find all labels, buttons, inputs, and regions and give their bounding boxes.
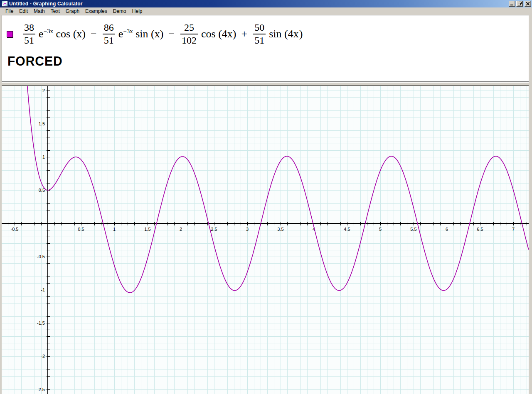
equation-panel[interactable]: 38 51 e−3x cos (x) − 86 51 e−3x sin (x) … bbox=[2, 15, 529, 81]
x-axis-tick-label: 2.5 bbox=[211, 227, 217, 232]
pane-splitter[interactable] bbox=[2, 83, 529, 86]
menu-bar: File Edit Math Text Graph Examples Demo … bbox=[2, 7, 529, 15]
operator-minus-1: − bbox=[91, 28, 97, 40]
y-axis-tick-label: -0.5 bbox=[37, 254, 45, 259]
x-axis-tick-label: 0.5 bbox=[78, 227, 84, 232]
y-axis-tick-label: -2 bbox=[41, 354, 45, 359]
menu-math[interactable]: Math bbox=[31, 8, 48, 15]
fraction-2-denominator: 51 bbox=[103, 34, 115, 46]
menu-help[interactable]: Help bbox=[129, 8, 145, 15]
fraction-2: 86 51 bbox=[103, 22, 115, 46]
curve-color-marker[interactable] bbox=[7, 31, 13, 37]
x-axis-tick-label: 2 bbox=[180, 227, 182, 232]
close-button[interactable] bbox=[525, 1, 531, 7]
fraction-1-numerator: 38 bbox=[23, 22, 35, 34]
fraction-4-denominator: 51 bbox=[253, 34, 266, 46]
fraction-1-denominator: 51 bbox=[23, 34, 35, 46]
menu-file[interactable]: File bbox=[2, 8, 16, 15]
fraction-1: 38 51 bbox=[23, 22, 35, 46]
x-axis-tick-label: -0.5 bbox=[11, 227, 19, 232]
equation-row[interactable]: 38 51 e−3x cos (x) − 86 51 e−3x sin (x) … bbox=[7, 22, 529, 46]
app-icon[interactable] bbox=[2, 1, 8, 7]
fraction-3: 25 102 bbox=[180, 22, 198, 46]
window-title: Untitled - Graphing Calculator bbox=[9, 1, 508, 7]
y-axis-tick-label: -2.5 bbox=[37, 387, 45, 392]
x-axis-tick-label: 3.5 bbox=[277, 227, 283, 232]
restore-button[interactable] bbox=[516, 1, 523, 7]
close-icon bbox=[526, 2, 530, 5]
window-controls bbox=[508, 1, 531, 7]
term-3-trig: cos (4x) bbox=[201, 28, 236, 40]
x-axis-tick-label: 5 bbox=[379, 227, 382, 232]
y-axis-tick-label: -1 bbox=[41, 287, 45, 292]
menu-graph[interactable]: Graph bbox=[63, 8, 82, 15]
fraction-4-numerator: 50 bbox=[253, 22, 266, 34]
fraction-3-denominator: 102 bbox=[180, 34, 198, 46]
y-axis-tick-label: 1.5 bbox=[39, 121, 45, 126]
menu-demo[interactable]: Demo bbox=[110, 8, 129, 15]
menu-examples[interactable]: Examples bbox=[82, 8, 110, 15]
window-titlebar[interactable]: Untitled - Graphing Calculator bbox=[0, 0, 532, 7]
x-axis-tick-label: 7 bbox=[512, 227, 515, 232]
term-1-exp-trig: e−3x cos (x) bbox=[39, 28, 86, 40]
graph-svg[interactable]: -0.50.511.522.533.544.555.566.5721.510.5… bbox=[2, 86, 529, 394]
fraction-4: 50 51 bbox=[253, 22, 266, 46]
y-axis-tick-label: 0.5 bbox=[39, 188, 45, 193]
x-axis-tick-label: 5.5 bbox=[410, 227, 416, 232]
y-axis-tick-label: 2 bbox=[42, 88, 45, 93]
annotation-text[interactable]: FORCED bbox=[7, 54, 529, 69]
menu-edit[interactable]: Edit bbox=[16, 8, 31, 15]
graph-panel[interactable]: -0.50.511.522.533.544.555.566.5721.510.5… bbox=[2, 86, 529, 394]
x-axis-tick-label: 3 bbox=[246, 227, 249, 232]
minimize-button[interactable] bbox=[509, 1, 515, 7]
y-axis-tick-label: 1 bbox=[42, 154, 45, 159]
plot-background bbox=[2, 86, 529, 394]
restore-icon bbox=[518, 2, 522, 5]
x-axis-tick-label: 6.5 bbox=[477, 227, 483, 232]
term-2-exp-trig: e−3x sin (x) bbox=[118, 28, 164, 40]
fraction-2-numerator: 86 bbox=[103, 22, 115, 34]
menu-text[interactable]: Text bbox=[48, 8, 63, 15]
x-axis-tick-label: 1 bbox=[113, 227, 116, 232]
window-frame: File Edit Math Text Graph Examples Demo … bbox=[0, 7, 532, 387]
y-axis-tick-label: -1.5 bbox=[37, 321, 45, 325]
operator-minus-2: − bbox=[168, 28, 175, 40]
operator-plus: + bbox=[241, 28, 248, 40]
fraction-3-numerator: 25 bbox=[180, 22, 198, 34]
minimize-icon bbox=[510, 4, 514, 5]
x-axis-tick-label: 4.5 bbox=[344, 227, 350, 232]
term-4-trig: sin (4x) bbox=[269, 28, 303, 40]
x-axis-tick-label: 1.5 bbox=[144, 227, 150, 232]
x-axis-tick-label: 6 bbox=[446, 227, 448, 232]
